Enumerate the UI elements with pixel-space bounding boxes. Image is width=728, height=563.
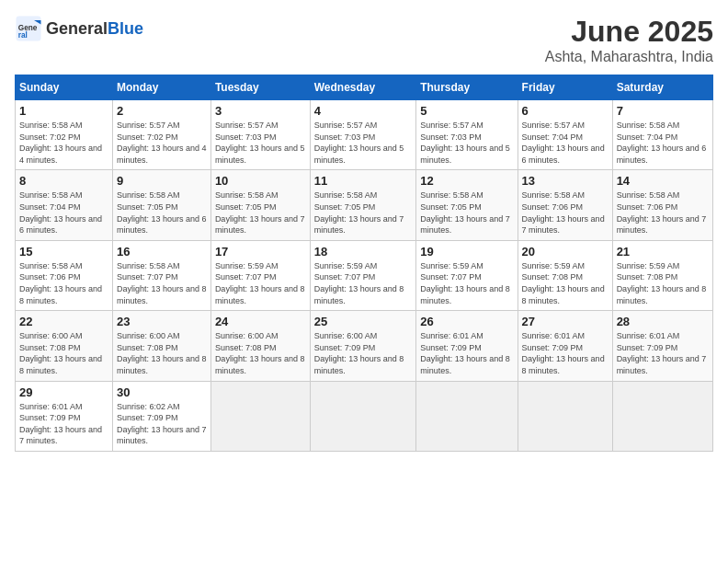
day-info: Sunrise: 5:57 AMSunset: 7:04 PMDaylight:… (522, 120, 609, 166)
cell-w2-d6: 14Sunrise: 5:58 AMSunset: 7:06 PMDayligh… (612, 170, 712, 240)
day-info: Sunrise: 5:57 AMSunset: 7:03 PMDaylight:… (420, 120, 513, 166)
main-title: June 2025 (545, 15, 713, 49)
day-number: 8 (19, 174, 108, 188)
day-number: 14 (617, 174, 709, 188)
cell-w1-d1: 2Sunrise: 5:57 AMSunset: 7:02 PMDaylight… (113, 100, 211, 170)
day-info: Sunrise: 5:59 AMSunset: 7:08 PMDaylight:… (522, 260, 609, 306)
day-number: 22 (19, 315, 108, 328)
cell-w2-d2: 10Sunrise: 5:58 AMSunset: 7:05 PMDayligh… (210, 170, 310, 240)
cell-w1-d3: 4Sunrise: 5:57 AMSunset: 7:03 PMDaylight… (310, 100, 415, 170)
week-row-1: 1Sunrise: 5:58 AMSunset: 7:02 PMDaylight… (16, 100, 713, 170)
day-number: 28 (617, 315, 709, 328)
cell-w5-d3 (310, 381, 415, 451)
day-number: 21 (617, 245, 709, 259)
cell-w4-d1: 23Sunrise: 6:00 AMSunset: 7:08 PMDayligh… (113, 311, 211, 381)
cell-w2-d4: 12Sunrise: 5:58 AMSunset: 7:05 PMDayligh… (416, 170, 518, 240)
cell-w5-d6 (612, 381, 712, 451)
day-info: Sunrise: 5:58 AMSunset: 7:05 PMDaylight:… (314, 190, 412, 236)
cell-w5-d5 (518, 381, 612, 451)
cell-w2-d3: 11Sunrise: 5:58 AMSunset: 7:05 PMDayligh… (310, 170, 415, 240)
week-row-5: 29Sunrise: 6:01 AMSunset: 7:09 PMDayligh… (16, 381, 713, 451)
day-info: Sunrise: 5:59 AMSunset: 7:08 PMDaylight:… (617, 260, 709, 306)
day-number: 16 (117, 245, 207, 259)
day-info: Sunrise: 5:58 AMSunset: 7:05 PMDaylight:… (215, 190, 306, 236)
week-row-3: 15Sunrise: 5:58 AMSunset: 7:06 PMDayligh… (16, 240, 713, 310)
day-info: Sunrise: 6:01 AMSunset: 7:09 PMDaylight:… (19, 401, 108, 447)
col-tuesday: Tuesday (210, 75, 310, 100)
cell-w3-d3: 18Sunrise: 5:59 AMSunset: 7:07 PMDayligh… (310, 240, 415, 310)
day-number: 2 (117, 104, 207, 118)
day-number: 3 (215, 104, 306, 118)
logo-text-blue: Blue (108, 19, 143, 38)
svg-text:ral: ral (18, 31, 28, 40)
day-number: 24 (215, 315, 306, 328)
calendar-body: 1Sunrise: 5:58 AMSunset: 7:02 PMDaylight… (16, 100, 713, 452)
header: Gene ral GeneralBlue June 2025 Ashta, Ma… (15, 15, 713, 65)
cell-w2-d1: 9Sunrise: 5:58 AMSunset: 7:05 PMDaylight… (113, 170, 211, 240)
cell-w1-d0: 1Sunrise: 5:58 AMSunset: 7:02 PMDaylight… (16, 100, 113, 170)
day-info: Sunrise: 5:58 AMSunset: 7:06 PMDaylight:… (522, 190, 609, 236)
cell-w1-d6: 7Sunrise: 5:58 AMSunset: 7:04 PMDaylight… (612, 100, 712, 170)
day-info: Sunrise: 5:57 AMSunset: 7:03 PMDaylight:… (314, 120, 412, 166)
day-number: 23 (117, 315, 207, 328)
day-number: 5 (420, 104, 513, 118)
col-saturday: Saturday (612, 75, 712, 100)
day-info: Sunrise: 5:58 AMSunset: 7:07 PMDaylight:… (117, 260, 207, 306)
cell-w5-d0: 29Sunrise: 6:01 AMSunset: 7:09 PMDayligh… (16, 381, 113, 451)
day-info: Sunrise: 5:58 AMSunset: 7:04 PMDaylight:… (617, 120, 709, 166)
day-info: Sunrise: 6:01 AMSunset: 7:09 PMDaylight:… (617, 330, 709, 376)
day-info: Sunrise: 5:59 AMSunset: 7:07 PMDaylight:… (420, 260, 513, 306)
col-friday: Friday (518, 75, 612, 100)
day-number: 18 (314, 245, 412, 259)
cell-w3-d6: 21Sunrise: 5:59 AMSunset: 7:08 PMDayligh… (612, 240, 712, 310)
day-number: 6 (522, 104, 609, 118)
cell-w3-d1: 16Sunrise: 5:58 AMSunset: 7:07 PMDayligh… (113, 240, 211, 310)
day-info: Sunrise: 5:59 AMSunset: 7:07 PMDaylight:… (215, 260, 306, 306)
day-number: 25 (314, 315, 412, 328)
header-row: Sunday Monday Tuesday Wednesday Thursday… (16, 75, 713, 100)
day-number: 30 (117, 385, 207, 399)
cell-w4-d6: 28Sunrise: 6:01 AMSunset: 7:09 PMDayligh… (612, 311, 712, 381)
day-number: 4 (314, 104, 412, 118)
day-info: Sunrise: 6:00 AMSunset: 7:08 PMDaylight:… (117, 330, 207, 376)
cell-w3-d2: 17Sunrise: 5:59 AMSunset: 7:07 PMDayligh… (210, 240, 310, 310)
day-number: 19 (420, 245, 513, 259)
day-number: 17 (215, 245, 306, 259)
day-info: Sunrise: 5:58 AMSunset: 7:02 PMDaylight:… (19, 120, 108, 166)
logo: Gene ral GeneralBlue (15, 15, 143, 42)
day-number: 12 (420, 174, 513, 188)
cell-w1-d4: 5Sunrise: 5:57 AMSunset: 7:03 PMDaylight… (416, 100, 518, 170)
day-number: 15 (19, 245, 108, 259)
cell-w4-d0: 22Sunrise: 6:00 AMSunset: 7:08 PMDayligh… (16, 311, 113, 381)
day-number: 20 (522, 245, 609, 259)
title-area: June 2025 Ashta, Maharashtra, India (545, 15, 713, 65)
day-number: 7 (617, 104, 709, 118)
cell-w3-d5: 20Sunrise: 5:59 AMSunset: 7:08 PMDayligh… (518, 240, 612, 310)
day-info: Sunrise: 5:58 AMSunset: 7:04 PMDaylight:… (19, 190, 108, 236)
week-row-4: 22Sunrise: 6:00 AMSunset: 7:08 PMDayligh… (16, 311, 713, 381)
logo-text-general: General (46, 19, 108, 38)
day-number: 27 (522, 315, 609, 328)
day-number: 26 (420, 315, 513, 328)
col-sunday: Sunday (16, 75, 113, 100)
day-number: 13 (522, 174, 609, 188)
day-info: Sunrise: 5:58 AMSunset: 7:06 PMDaylight:… (19, 260, 108, 306)
cell-w3-d4: 19Sunrise: 5:59 AMSunset: 7:07 PMDayligh… (416, 240, 518, 310)
col-thursday: Thursday (416, 75, 518, 100)
day-info: Sunrise: 6:00 AMSunset: 7:08 PMDaylight:… (215, 330, 306, 376)
cell-w4-d3: 25Sunrise: 6:00 AMSunset: 7:09 PMDayligh… (310, 311, 415, 381)
col-wednesday: Wednesday (310, 75, 415, 100)
day-info: Sunrise: 5:58 AMSunset: 7:05 PMDaylight:… (420, 190, 513, 236)
cell-w1-d5: 6Sunrise: 5:57 AMSunset: 7:04 PMDaylight… (518, 100, 612, 170)
calendar-table: Sunday Monday Tuesday Wednesday Thursday… (15, 75, 713, 452)
day-info: Sunrise: 6:00 AMSunset: 7:09 PMDaylight:… (314, 330, 412, 376)
day-info: Sunrise: 6:01 AMSunset: 7:09 PMDaylight:… (420, 330, 513, 376)
day-info: Sunrise: 5:58 AMSunset: 7:06 PMDaylight:… (617, 190, 709, 236)
cell-w2-d0: 8Sunrise: 5:58 AMSunset: 7:04 PMDaylight… (16, 170, 113, 240)
day-number: 11 (314, 174, 412, 188)
cell-w5-d2 (210, 381, 310, 451)
sub-title: Ashta, Maharashtra, India (545, 49, 713, 65)
day-number: 10 (215, 174, 306, 188)
day-info: Sunrise: 6:00 AMSunset: 7:08 PMDaylight:… (19, 330, 108, 376)
cell-w5-d4 (416, 381, 518, 451)
